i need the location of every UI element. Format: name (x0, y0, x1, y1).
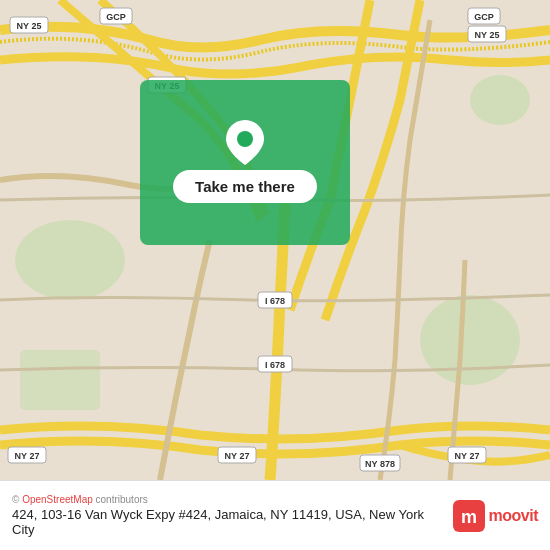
svg-text:GCP: GCP (106, 12, 126, 22)
svg-text:NY 25: NY 25 (17, 21, 42, 31)
map-container: NY 25 GCP GCP NY 25 NY 25 I 678 I 678 NY… (0, 0, 550, 480)
svg-point-2 (420, 295, 520, 385)
svg-text:NY 27: NY 27 (455, 451, 480, 461)
map-overlay: Take me there (140, 80, 350, 245)
bottom-bar: © OpenStreetMap contributors 424, 103-16… (0, 480, 550, 550)
svg-text:I 678: I 678 (265, 360, 285, 370)
svg-text:NY 27: NY 27 (225, 451, 250, 461)
svg-point-3 (470, 75, 530, 125)
svg-text:NY 25: NY 25 (475, 30, 500, 40)
openstreetmap-link[interactable]: OpenStreetMap (22, 494, 93, 505)
svg-text:NY 27: NY 27 (15, 451, 40, 461)
take-me-there-button[interactable]: Take me there (173, 170, 317, 203)
moovit-text: moovit (489, 507, 538, 525)
svg-text:GCP: GCP (474, 12, 494, 22)
svg-point-1 (15, 220, 125, 300)
address-text: 424, 103-16 Van Wyck Expy #424, Jamaica,… (12, 507, 443, 537)
moovit-logo-icon: m (453, 500, 485, 532)
svg-text:NY 878: NY 878 (365, 459, 395, 469)
location-pin-icon (225, 122, 265, 162)
svg-rect-4 (20, 350, 100, 410)
svg-text:m: m (461, 507, 477, 527)
svg-point-27 (237, 131, 253, 147)
address-section: © OpenStreetMap contributors 424, 103-16… (12, 494, 443, 537)
svg-text:I 678: I 678 (265, 296, 285, 306)
copyright-line: © OpenStreetMap contributors (12, 494, 443, 505)
moovit-logo: m moovit (453, 500, 538, 532)
